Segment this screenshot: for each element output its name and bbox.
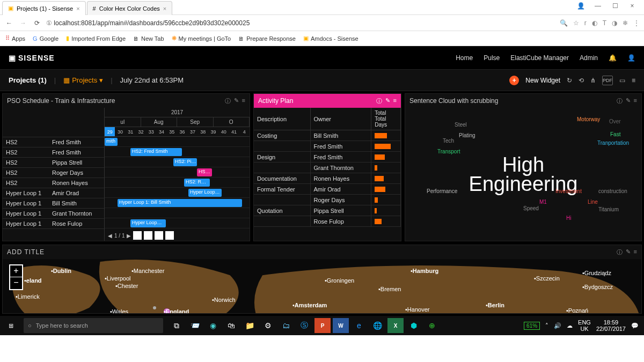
notifications-icon[interactable]: 💬 xyxy=(631,322,639,329)
table-row[interactable]: DocumentationRonen Hayes xyxy=(254,173,401,184)
cloud-word[interactable]: Plating xyxy=(459,132,475,138)
nav-home[interactable]: Home xyxy=(456,54,473,62)
zoom-in-icon[interactable]: + xyxy=(10,265,22,277)
onedrive-icon[interactable]: ☁ xyxy=(567,322,573,329)
table-row[interactable]: DesignFred Smith xyxy=(254,152,401,162)
back-icon[interactable]: ← xyxy=(4,19,14,27)
menu-icon[interactable]: ≡ xyxy=(634,97,637,105)
cloud-word[interactable]: Performance xyxy=(427,188,457,194)
table-row[interactable]: HS2Pippa Strell xyxy=(3,157,104,167)
menu-icon[interactable]: ≡ xyxy=(393,97,397,105)
nav-pulse[interactable]: Pulse xyxy=(484,54,500,62)
new-widget-button[interactable]: New Widget xyxy=(525,77,560,84)
day-label[interactable]: 41 xyxy=(229,127,239,136)
gantt-bar[interactable]: HS… xyxy=(197,168,212,176)
start-button[interactable]: ⊞ xyxy=(0,322,21,329)
ext-icon[interactable]: ❄ xyxy=(623,19,628,27)
logo[interactable]: ▣SISENSE xyxy=(9,54,55,62)
language-indicator[interactable]: ENGUK xyxy=(578,319,591,332)
day-label[interactable]: 38 xyxy=(198,127,208,136)
edit-icon[interactable]: ✎ xyxy=(385,97,390,105)
star-icon[interactable]: ☆ xyxy=(573,19,579,27)
cloud-word[interactable]: Over xyxy=(609,119,621,124)
table-row[interactable]: QuotationPippa Strell xyxy=(254,205,401,216)
bell-icon[interactable]: 🔔 xyxy=(609,54,617,62)
cloud-word[interactable]: Tech xyxy=(443,138,454,144)
minimize-icon[interactable]: — xyxy=(591,2,604,12)
day-label[interactable]: 33 xyxy=(146,127,156,136)
gantt-bar[interactable]: Hyper Loop… xyxy=(130,219,166,227)
app-icon[interactable]: 📁 xyxy=(241,318,258,333)
close-icon[interactable]: × xyxy=(163,5,166,12)
day-label[interactable]: 36 xyxy=(177,127,187,136)
table-row[interactable]: HS2Ronen Hayes xyxy=(3,178,104,188)
day-label[interactable]: 34 xyxy=(156,127,166,136)
bookmark[interactable]: 🗎Prepare Response xyxy=(238,35,296,42)
app-icon[interactable]: Ⓢ xyxy=(296,318,312,333)
app-icon[interactable]: 📨 xyxy=(187,318,203,333)
filter-icon[interactable]: ⟲ xyxy=(579,77,584,84)
app-icon[interactable]: 🗂 xyxy=(278,318,294,333)
gantt-bar[interactable]: Hyper Loop 1: Bill Smith xyxy=(118,199,242,207)
cloud-word[interactable]: Transport xyxy=(437,149,460,154)
browser-tab-0[interactable]: ▣ Projects (1) - Sisense × xyxy=(2,1,86,15)
nav-elasticube[interactable]: ElastiCube Manager xyxy=(510,54,569,62)
table-row[interactable]: HS2Roger Days xyxy=(3,167,104,178)
zoom-out-icon[interactable]: − xyxy=(10,277,22,289)
table-row[interactable]: Roger Days xyxy=(254,195,401,205)
map-canvas[interactable]: + − •Dublin•eland•Liverpool•Manchester•C… xyxy=(3,259,641,313)
reload-icon[interactable]: ⟳ xyxy=(32,19,42,27)
table-row[interactable]: Hyper Loop 1Rose Fulop xyxy=(3,218,104,228)
maximize-icon[interactable]: ☐ xyxy=(609,2,621,12)
bookmark[interactable]: ▮Imported From Edge xyxy=(66,35,126,42)
bookmark[interactable]: ❋My meetings | GoTo xyxy=(172,35,231,42)
day-label[interactable]: 39 xyxy=(208,127,218,136)
cloud-word[interactable]: construction xyxy=(598,188,627,194)
day-label[interactable]: 37 xyxy=(187,127,197,136)
app-icon[interactable]: ⚙ xyxy=(260,318,276,333)
bookmark[interactable]: ▣Amdocs - Sisense xyxy=(303,35,358,42)
project-dropdown[interactable]: ▦Projects▾ xyxy=(63,76,103,84)
ext-icon[interactable]: r xyxy=(584,19,587,27)
gantt-bar[interactable]: Hyper Loop… xyxy=(188,189,222,197)
app-icon[interactable]: ◉ xyxy=(205,318,221,333)
menu-icon[interactable]: ≡ xyxy=(242,97,245,105)
refresh-icon[interactable]: ↻ xyxy=(567,77,572,84)
info-icon[interactable]: ⓘ xyxy=(617,248,623,256)
nav-admin[interactable]: Admin xyxy=(580,54,598,62)
ext-icon[interactable]: ◑ xyxy=(612,19,617,27)
tray-chevron-icon[interactable]: ˄ xyxy=(545,322,548,329)
user-icon[interactable]: 👤 xyxy=(574,2,587,12)
gantt-bar[interactable]: HS2: Pi… xyxy=(173,158,197,166)
clock[interactable]: 18:5922/07/2017 xyxy=(596,319,626,332)
app-icon[interactable]: P xyxy=(314,318,331,333)
table-row[interactable]: Rose Fulop xyxy=(254,216,401,227)
day-label[interactable]: 4 xyxy=(239,127,250,136)
menu-icon[interactable]: ≡ xyxy=(634,248,637,256)
day-label[interactable]: 29 xyxy=(105,127,115,136)
menu-icon[interactable]: ≡ xyxy=(632,77,635,84)
cloud-word[interactable]: Line xyxy=(588,199,598,205)
info-icon[interactable]: ⓘ xyxy=(376,97,382,105)
cloud-word[interactable]: Steel xyxy=(455,122,467,128)
table-row[interactable]: Hyper Loop 1Amir Orad xyxy=(3,188,104,198)
app-icon[interactable]: 🌐 xyxy=(369,318,385,333)
pdf-button[interactable]: PDF xyxy=(602,76,613,85)
day-label[interactable]: 32 xyxy=(136,127,146,136)
address-bar[interactable]: ① localhost:8081/app/main#/dashboards/59… xyxy=(46,19,555,27)
cloud-word[interactable]: Tranportation xyxy=(597,140,629,146)
gantt-bar[interactable]: HS2: R… xyxy=(184,179,210,187)
layout-icon[interactable]: ▭ xyxy=(619,77,625,84)
widget-title[interactable]: ADD TITLE xyxy=(7,248,45,256)
menu-icon[interactable]: ⋮ xyxy=(633,19,640,27)
day-label[interactable]: 40 xyxy=(218,127,229,136)
gantt-bar[interactable]: mith xyxy=(105,138,118,146)
apps-button[interactable]: ⠿Apps xyxy=(5,35,25,42)
cloud-word[interactable]: Speed xyxy=(523,205,539,211)
table-row[interactable]: CostingBill Smith xyxy=(254,130,401,141)
battery-indicator[interactable]: 61% xyxy=(524,322,540,330)
edit-icon[interactable]: ✎ xyxy=(234,97,239,105)
cloud-word[interactable]: Motorway xyxy=(577,116,600,122)
user-icon[interactable]: 👤 xyxy=(627,54,635,62)
info-icon[interactable]: ⓘ xyxy=(617,97,623,105)
